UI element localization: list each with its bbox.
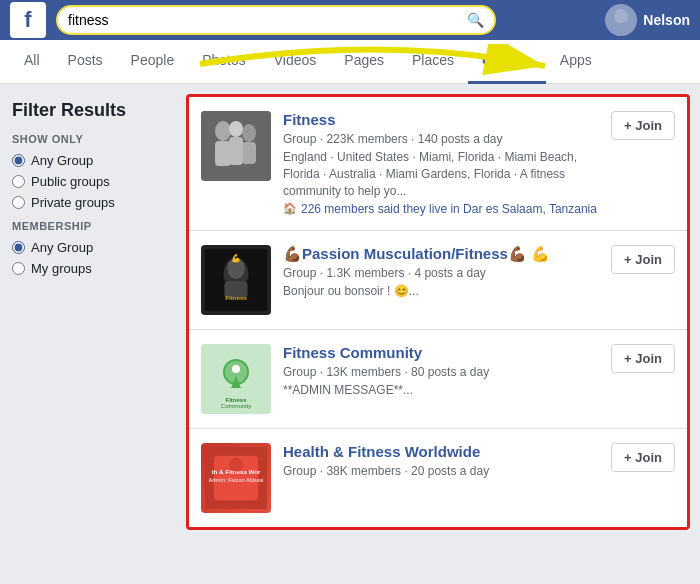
tab-videos[interactable]: Videos (260, 40, 331, 84)
svg-rect-9 (229, 137, 243, 165)
group-item-passion: Fitness 💪 💪🏾Passion Musculation/Fitness💪… (189, 231, 687, 330)
join-button-health[interactable]: + Join (611, 443, 675, 472)
tab-posts[interactable]: Posts (54, 40, 117, 84)
home-icon: 🏠 (283, 202, 297, 215)
svg-text:Community: Community (221, 403, 251, 409)
svg-text:Admin: Faizan Abbasi: Admin: Faizan Abbasi (208, 478, 264, 484)
group-name-community[interactable]: Fitness Community (283, 344, 599, 362)
group-location-fitness: 🏠 226 members said they live in Dar es S… (283, 202, 599, 216)
group-members-community: 13K members (326, 365, 401, 379)
group-meta-passion: Group · 1.3K members · 4 posts a day (283, 266, 599, 280)
svg-point-26 (229, 458, 243, 472)
svg-point-18 (232, 365, 240, 373)
group-item-health: th & Fitness Wor Admin: Faizan Abbasi He… (189, 429, 687, 527)
user-name: Nelson (643, 12, 690, 28)
group-members-passion: 1.3K members (326, 266, 404, 280)
svg-text:Fitness: Fitness (225, 295, 247, 302)
group-desc-community: **ADMIN MESSAGE**... (283, 382, 599, 399)
group-name-passion[interactable]: 💪🏾Passion Musculation/Fitness💪🏾 💪 (283, 245, 599, 263)
svg-point-1 (608, 24, 634, 36)
svg-point-0 (614, 9, 628, 23)
tab-all[interactable]: All (10, 40, 54, 84)
show-private-groups-option[interactable]: Private groups (12, 195, 168, 210)
group-type-community: Group (283, 365, 316, 379)
join-button-fitness[interactable]: + Join (611, 111, 675, 140)
svg-point-8 (229, 121, 243, 137)
facebook-logo: f (10, 2, 46, 38)
tab-places[interactable]: Places (398, 40, 468, 84)
join-button-passion[interactable]: + Join (611, 245, 675, 274)
group-name-fitness[interactable]: Fitness (283, 111, 599, 129)
group-info-community: Fitness Community Group · 13K members · … (283, 344, 599, 399)
group-desc-passion: Bonjour ou bonsoir ! 😊... (283, 283, 599, 300)
svg-rect-5 (215, 141, 231, 166)
tab-apps[interactable]: Apps (546, 40, 606, 84)
results-container: Fitness Group · 223K members · 140 posts… (186, 94, 690, 530)
tab-pages[interactable]: Pages (330, 40, 398, 84)
membership-any-label: Any Group (31, 240, 93, 255)
group-item-fitness: Fitness Group · 223K members · 140 posts… (189, 97, 687, 231)
group-name-health[interactable]: Health & Fitness Worldwide (283, 443, 599, 461)
group-type-passion: Group (283, 266, 316, 280)
tab-groups[interactable]: Groups (468, 40, 546, 84)
join-button-community[interactable]: + Join (611, 344, 675, 373)
show-public-label: Public groups (31, 174, 110, 189)
group-meta-fitness: Group · 223K members · 140 posts a day (283, 132, 599, 146)
show-public-groups-option[interactable]: Public groups (12, 174, 168, 189)
group-type-fitness: Group (283, 132, 316, 146)
main-content: Filter Results SHOW ONLY Any Group Publi… (0, 84, 700, 584)
show-any-group-label: Any Group (31, 153, 93, 168)
group-posts-passion: 4 posts a day (414, 266, 485, 280)
group-thumb-health: th & Fitness Wor Admin: Faizan Abbasi (201, 443, 271, 513)
search-input[interactable] (68, 12, 467, 28)
show-private-label: Private groups (31, 195, 115, 210)
group-members-health: 38K members (326, 464, 401, 478)
results-area: Fitness Group · 223K members · 140 posts… (180, 84, 700, 584)
svg-point-4 (215, 121, 231, 141)
group-thumb-fitness (201, 111, 271, 181)
header: f 🔍 Nelson (0, 0, 700, 40)
tab-people[interactable]: People (117, 40, 189, 84)
search-bar: 🔍 (56, 5, 496, 35)
nav-tabs: All Posts People Photos Videos Pages Pla… (0, 40, 700, 84)
search-icon: 🔍 (467, 12, 484, 28)
group-posts-fitness: 140 posts a day (418, 132, 503, 146)
group-meta-community: Group · 13K members · 80 posts a day (283, 365, 599, 379)
group-desc-fitness: England · United States · Miami, Florida… (283, 149, 599, 199)
group-thumb-passion: Fitness 💪 (201, 245, 271, 315)
membership-label: MEMBERSHIP (12, 220, 168, 232)
tab-photos[interactable]: Photos (188, 40, 260, 84)
avatar (605, 4, 637, 36)
group-info-fitness: Fitness Group · 223K members · 140 posts… (283, 111, 599, 216)
membership-my-label: My groups (31, 261, 92, 276)
group-meta-health: Group · 38K members · 20 posts a day (283, 464, 599, 478)
filter-title: Filter Results (12, 100, 168, 121)
group-info-health: Health & Fitness Worldwide Group · 38K m… (283, 443, 599, 481)
sidebar: Filter Results SHOW ONLY Any Group Publi… (0, 84, 180, 584)
svg-rect-7 (242, 142, 256, 164)
show-any-group-option[interactable]: Any Group (12, 153, 168, 168)
group-type-health: Group (283, 464, 316, 478)
group-members-fitness: 223K members (326, 132, 407, 146)
group-item-community: Fitness Community Fitness Community Grou… (189, 330, 687, 429)
group-info-passion: 💪🏾Passion Musculation/Fitness💪🏾 💪 Group … (283, 245, 599, 300)
membership-any-option[interactable]: Any Group (12, 240, 168, 255)
svg-point-6 (242, 124, 256, 142)
group-posts-health: 20 posts a day (411, 464, 489, 478)
membership-my-groups-option[interactable]: My groups (12, 261, 168, 276)
user-area: Nelson (605, 4, 690, 36)
show-only-label: SHOW ONLY (12, 133, 168, 145)
group-thumb-community: Fitness Community (201, 344, 271, 414)
group-posts-community: 80 posts a day (411, 365, 489, 379)
svg-text:💪: 💪 (231, 254, 241, 264)
